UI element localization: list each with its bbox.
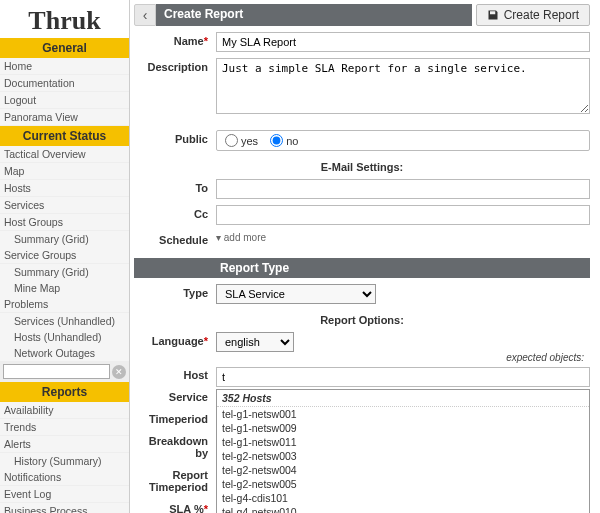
type-label: Type [183,287,208,299]
language-label: Language [152,335,204,347]
sidebar-section-header: Current Status [0,126,129,146]
sidebar-subitem[interactable]: Summary (Grid) [0,264,129,280]
host-input[interactable] [216,367,590,387]
host-option[interactable]: tel-g2-netsw004 [217,463,589,477]
sidebar: Thruk GeneralHomeDocumentationLogoutPano… [0,0,130,513]
host-option[interactable]: tel-g1-netsw001 [217,407,589,421]
public-label: Public [175,133,208,145]
sidebar-section-header: General [0,38,129,58]
name-input[interactable] [216,32,590,52]
sidebar-subitem[interactable]: History (Summary) [0,453,129,469]
sidebar-item[interactable]: Map [0,163,129,180]
sidebar-item[interactable]: Services [0,197,129,214]
add-more-link[interactable]: ▾ add more [216,229,266,243]
host-dropdown-count: 352 Hosts [217,390,589,407]
to-label: To [195,182,208,194]
sidebar-item[interactable]: Event Log [0,486,129,503]
sidebar-item[interactable]: Alerts [0,436,129,453]
back-button[interactable]: ‹ [134,4,156,26]
public-yes-radio[interactable] [225,134,238,147]
sidebar-subitem[interactable]: Summary (Grid) [0,231,129,247]
sidebar-item[interactable]: Host Groups [0,214,129,231]
public-radio-group: yes no [216,130,590,151]
cc-label: Cc [194,208,208,220]
sidebar-item[interactable]: Notifications [0,469,129,486]
sidebar-search-input[interactable] [3,364,110,379]
main-content: ‹ Create Report Create Report Name* Desc… [130,0,600,513]
expected-objects-note: expected objects: [134,352,590,363]
option-label: Service [134,391,208,403]
option-labels-column: HostServiceTimeperiodBreakdown byReport … [134,367,216,513]
option-label: Timeperiod [134,413,208,425]
sidebar-subitem[interactable]: Hosts (Unhandled) [0,329,129,345]
cc-input[interactable] [216,205,590,225]
sidebar-item[interactable]: Availability [0,402,129,419]
sidebar-item[interactable]: Home [0,58,129,75]
host-option[interactable]: tel-g4-netsw010 [217,505,589,513]
language-select[interactable]: english [216,332,294,352]
email-settings-header: E-Mail Settings: [134,161,590,173]
host-option[interactable]: tel-g2-netsw003 [217,449,589,463]
sidebar-item[interactable]: Problems [0,296,129,313]
sidebar-subitem[interactable]: Mine Map [0,280,129,296]
host-autocomplete-dropdown: 352 Hosts tel-g1-netsw001tel-g1-netsw009… [216,389,590,513]
sidebar-item[interactable]: Tactical Overview [0,146,129,163]
option-label: Host [134,369,208,381]
to-input[interactable] [216,179,590,199]
host-option[interactable]: tel-g1-netsw011 [217,435,589,449]
schedule-label: Schedule [159,234,208,246]
sidebar-item[interactable]: Documentation [0,75,129,92]
sidebar-search-clear[interactable]: ✕ [112,365,126,379]
public-no-option[interactable]: no [270,134,298,147]
panel-title: Create Report [156,4,472,26]
option-label: Breakdown by [134,435,208,459]
logo: Thruk [0,0,129,38]
type-select[interactable]: SLA Service [216,284,376,304]
description-textarea[interactable]: Just a simple SLA Report for a single se… [216,58,590,114]
public-no-radio[interactable] [270,134,283,147]
sidebar-search: ✕ [0,361,129,382]
create-report-button[interactable]: Create Report [476,4,590,26]
public-yes-option[interactable]: yes [225,134,258,147]
sidebar-item[interactable]: Logout [0,92,129,109]
sidebar-section-header: Reports [0,382,129,402]
host-option[interactable]: tel-g1-netsw009 [217,421,589,435]
description-label: Description [147,61,208,73]
host-option[interactable]: tel-g4-cdis101 [217,491,589,505]
sidebar-item[interactable]: Business Process [0,503,129,513]
name-label: Name [174,35,204,47]
option-label: Report Timeperiod [134,469,208,493]
report-options-header: Report Options: [134,314,590,326]
sidebar-item[interactable]: Hosts [0,180,129,197]
sidebar-item[interactable]: Service Groups [0,247,129,264]
sidebar-item[interactable]: Panorama View [0,109,129,126]
host-option[interactable]: tel-g2-netsw005 [217,477,589,491]
sidebar-subitem[interactable]: Network Outages [0,345,129,361]
report-type-header: Report Type [134,258,590,278]
option-label: SLA %* [134,503,208,513]
sidebar-subitem[interactable]: Services (Unhandled) [0,313,129,329]
sidebar-item[interactable]: Trends [0,419,129,436]
create-report-label: Create Report [504,8,579,22]
save-icon [487,9,499,21]
